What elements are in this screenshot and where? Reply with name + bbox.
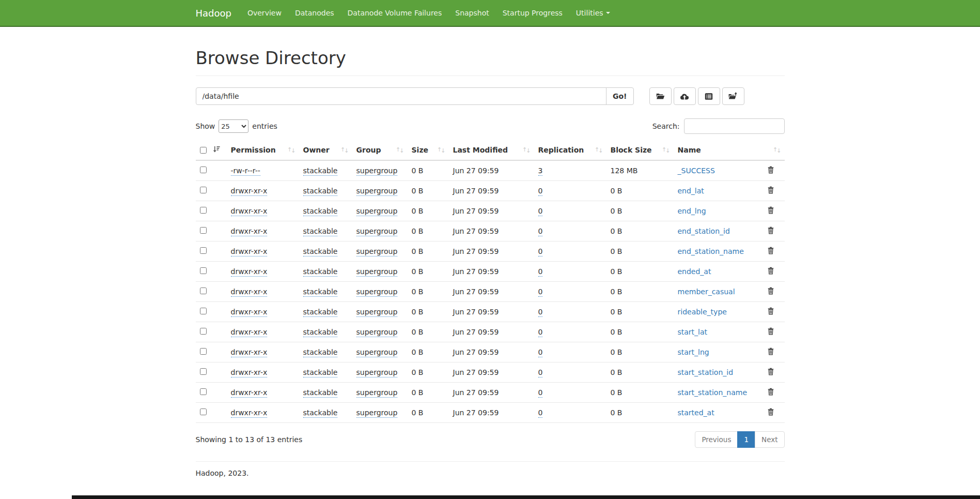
owner-editable[interactable]: stackable — [303, 348, 338, 357]
file-link[interactable]: end_lat — [678, 187, 704, 195]
replication-editable[interactable]: 0 — [538, 388, 543, 398]
delete-button[interactable] — [767, 186, 774, 194]
file-link[interactable]: member_casual — [678, 288, 735, 296]
page-length-select[interactable]: 25 — [219, 119, 248, 133]
search-input[interactable] — [684, 118, 785, 134]
file-link[interactable]: start_lng — [678, 348, 709, 356]
file-link[interactable]: start_station_name — [678, 388, 748, 397]
nav-link-overview[interactable]: Overview — [241, 0, 288, 26]
delete-button[interactable] — [767, 327, 774, 335]
column-header-size[interactable]: Size ↑↓ — [408, 140, 449, 160]
row-checkbox[interactable] — [200, 167, 207, 173]
owner-editable[interactable]: stackable — [303, 288, 338, 297]
row-checkbox[interactable] — [200, 288, 207, 294]
group-editable[interactable]: supergroup — [356, 328, 398, 337]
brand-link[interactable]: Hadoop — [196, 0, 241, 26]
permission-editable[interactable]: drwxr-xr-x — [231, 368, 268, 377]
list-alt-button[interactable] — [698, 87, 720, 105]
replication-editable[interactable]: 0 — [538, 227, 543, 236]
delete-button[interactable] — [767, 388, 774, 396]
file-link[interactable]: end_station_id — [678, 227, 730, 235]
delete-button[interactable] — [767, 206, 774, 214]
file-link[interactable]: end_station_name — [678, 247, 744, 255]
delete-button[interactable] — [767, 408, 774, 416]
row-checkbox[interactable] — [200, 409, 207, 415]
owner-editable[interactable]: stackable — [303, 247, 338, 256]
delete-button[interactable] — [767, 347, 774, 355]
delete-button[interactable] — [767, 267, 774, 275]
replication-editable[interactable]: 0 — [538, 308, 543, 317]
file-link[interactable]: _SUCCESS — [678, 167, 715, 175]
replication-editable[interactable]: 0 — [538, 409, 543, 418]
delete-button[interactable] — [767, 307, 774, 315]
file-link[interactable]: started_at — [678, 409, 714, 417]
file-link[interactable]: rideable_type — [678, 308, 727, 316]
replication-editable[interactable]: 0 — [538, 267, 543, 277]
previous-page-button[interactable]: Previous — [695, 431, 738, 448]
column-header-group[interactable]: Group ↑↓ — [352, 140, 408, 160]
row-checkbox[interactable] — [200, 348, 207, 355]
replication-editable[interactable]: 0 — [538, 348, 543, 357]
row-checkbox[interactable] — [200, 388, 207, 395]
cloud-upload-button[interactable] — [674, 87, 696, 105]
column-header-name[interactable]: Name ↑↓ — [674, 140, 785, 160]
select-all-checkbox[interactable] — [200, 147, 207, 154]
permission-editable[interactable]: drwxr-xr-x — [231, 328, 268, 337]
page-1-button[interactable]: 1 — [737, 431, 755, 448]
delete-button[interactable] — [767, 247, 774, 254]
owner-editable[interactable]: stackable — [303, 207, 338, 216]
folder-move-button[interactable] — [722, 87, 744, 105]
column-header-permission[interactable]: Permission ↑↓ — [227, 140, 299, 160]
nav-link-datanode-volume-failures[interactable]: Datanode Volume Failures — [341, 0, 449, 26]
column-header-replication[interactable]: Replication ↑↓ — [534, 140, 606, 160]
group-editable[interactable]: supergroup — [356, 187, 398, 196]
row-checkbox[interactable] — [200, 267, 207, 274]
row-checkbox[interactable] — [200, 368, 207, 375]
file-link[interactable]: end_lng — [678, 207, 706, 215]
column-header-select[interactable] — [196, 140, 227, 160]
owner-editable[interactable]: stackable — [303, 368, 338, 377]
owner-editable[interactable]: stackable — [303, 227, 338, 236]
group-editable[interactable]: supergroup — [356, 167, 398, 176]
row-checkbox[interactable] — [200, 328, 207, 335]
group-editable[interactable]: supergroup — [356, 348, 398, 357]
permission-editable[interactable]: drwxr-xr-x — [231, 207, 268, 216]
replication-editable[interactable]: 0 — [538, 247, 543, 256]
replication-editable[interactable]: 0 — [538, 187, 543, 196]
column-header-block-size[interactable]: Block Size ↑↓ — [606, 140, 674, 160]
delete-button[interactable] — [767, 368, 774, 375]
group-editable[interactable]: supergroup — [356, 247, 398, 256]
permission-editable[interactable]: drwxr-xr-x — [231, 288, 268, 297]
permission-editable[interactable]: drwxr-xr-x — [231, 267, 268, 277]
delete-button[interactable] — [767, 287, 774, 295]
delete-button[interactable] — [767, 226, 774, 234]
directory-path-input[interactable] — [196, 87, 607, 105]
file-link[interactable]: start_lat — [678, 328, 708, 336]
owner-editable[interactable]: stackable — [303, 328, 338, 337]
permission-editable[interactable]: drwxr-xr-x — [231, 348, 268, 357]
permission-editable[interactable]: drwxr-xr-x — [231, 388, 268, 398]
nav-link-startup-progress[interactable]: Startup Progress — [496, 0, 569, 26]
group-editable[interactable]: supergroup — [356, 227, 398, 236]
permission-editable[interactable]: drwxr-xr-x — [231, 409, 268, 418]
delete-button[interactable] — [767, 166, 774, 174]
group-editable[interactable]: supergroup — [356, 368, 398, 377]
row-checkbox[interactable] — [200, 247, 207, 254]
permission-editable[interactable]: -rw-r--r-- — [231, 167, 260, 176]
replication-editable[interactable]: 0 — [538, 207, 543, 216]
group-editable[interactable]: supergroup — [356, 267, 398, 277]
owner-editable[interactable]: stackable — [303, 167, 338, 176]
column-header-last-modified[interactable]: Last Modified ↑↓ — [449, 140, 534, 160]
permission-editable[interactable]: drwxr-xr-x — [231, 308, 268, 317]
file-link[interactable]: ended_at — [678, 267, 711, 276]
row-checkbox[interactable] — [200, 227, 207, 234]
permission-editable[interactable]: drwxr-xr-x — [231, 227, 268, 236]
row-checkbox[interactable] — [200, 187, 207, 193]
permission-editable[interactable]: drwxr-xr-x — [231, 247, 268, 256]
row-checkbox[interactable] — [200, 308, 207, 314]
owner-editable[interactable]: stackable — [303, 308, 338, 317]
replication-editable[interactable]: 0 — [538, 288, 543, 297]
go-button[interactable]: Go! — [606, 87, 634, 105]
nav-link-snapshot[interactable]: Snapshot — [448, 0, 495, 26]
group-editable[interactable]: supergroup — [356, 308, 398, 317]
